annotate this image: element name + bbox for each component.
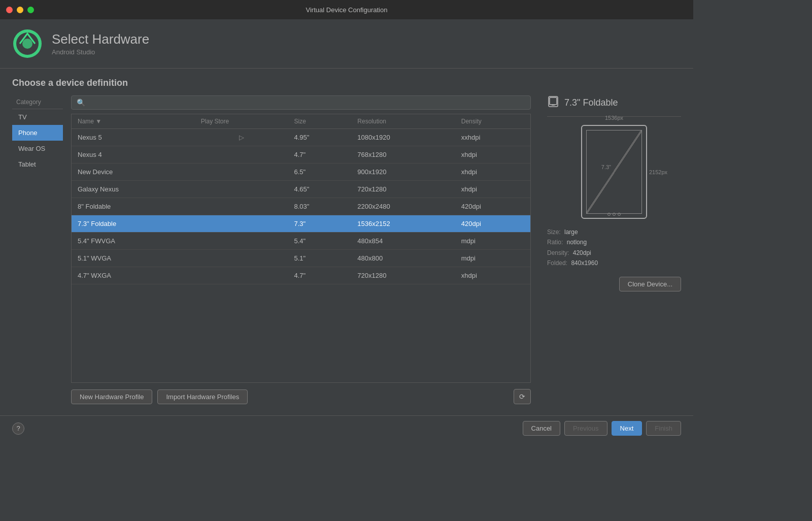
density-cell: xhdpi (455, 267, 530, 284)
col-playstore: Play Store (195, 114, 288, 129)
svg-rect-4 (550, 97, 557, 105)
ratio-label: Ratio: (547, 239, 563, 246)
titlebar-buttons (6, 7, 34, 13)
table-row[interactable]: 5.1" WVGA5.1"480x800mdpi (72, 250, 530, 267)
resolution-cell: 900x1920 (351, 164, 455, 181)
android-studio-logo (12, 28, 43, 59)
density-cell: xhdpi (455, 146, 530, 164)
cancel-button[interactable]: Cancel (523, 421, 560, 436)
table-row[interactable]: 4.7" WXGA4.7"720x1280xhdpi (72, 267, 530, 284)
playstore-cell (195, 146, 288, 164)
table-row[interactable]: 8" Foldable8.03"2200x2480420dpi (72, 198, 530, 215)
device-table: Name ▼ Play Store Size Resolution Densit… (71, 114, 531, 383)
page-title: Select Hardware (52, 31, 149, 47)
diagram-inner: 1536px 2152px 7.3" (581, 125, 647, 219)
preview-bottom: Clone Device... (547, 277, 681, 291)
playstore-cell (195, 181, 288, 198)
col-density: Density (455, 114, 530, 129)
col-name[interactable]: Name ▼ (72, 114, 195, 129)
resolution-cell: 1536x2152 (351, 215, 455, 233)
size-cell: 6.5" (288, 164, 352, 181)
density-cell: xhdpi (455, 181, 530, 198)
device-buttons (607, 213, 621, 216)
section-title: Choose a device definition (12, 78, 681, 88)
table-row[interactable]: New Device6.5"900x1920xhdpi (72, 164, 530, 181)
preview-title-row: 7.3" Foldable (547, 95, 681, 110)
playstore-cell (195, 250, 288, 267)
minimize-button[interactable] (17, 7, 23, 13)
playstore-cell (195, 233, 288, 250)
density-cell: 420dpi (455, 215, 530, 233)
category-item-tv[interactable]: TV (12, 109, 63, 125)
table-row[interactable]: Nexus 5▷4.95"1080x1920xxhdpi (72, 129, 530, 146)
device-name-cell: 8" Foldable (72, 198, 195, 215)
category-header: Category (12, 95, 63, 109)
category-item-tablet[interactable]: Tablet (12, 156, 63, 172)
help-button[interactable]: ? (12, 422, 24, 435)
maximize-button[interactable] (27, 7, 34, 13)
resolution-cell: 480x854 (351, 233, 455, 250)
titlebar: Virtual Device Configuration (0, 0, 693, 19)
import-hardware-profiles-button[interactable]: Import Hardware Profiles (157, 389, 248, 404)
new-hardware-profile-button[interactable]: New Hardware Profile (71, 389, 152, 404)
footer-right: Cancel Previous Next Finish (523, 421, 681, 436)
table-bottom-bar: New Hardware Profile Import Hardware Pro… (71, 383, 531, 406)
next-button[interactable]: Next (612, 421, 642, 436)
col-size: Size (288, 114, 352, 129)
table-row[interactable]: 5.4" FWVGA5.4"480x854mdpi (72, 233, 530, 250)
density-cell: xhdpi (455, 164, 530, 181)
device-preview-icon (547, 95, 559, 110)
device-name-cell: Galaxy Nexus (72, 181, 195, 198)
table-row[interactable]: 7.3" Foldable7.3"1536x2152420dpi (72, 215, 530, 233)
refresh-button[interactable]: ⟳ (514, 389, 531, 404)
svg-point-2 (22, 39, 32, 49)
device-name-cell: Nexus 4 (72, 146, 195, 164)
category-item-wearos[interactable]: Wear OS (12, 141, 63, 156)
device-name-cell: 4.7" WXGA (72, 267, 195, 284)
device-name-cell: 5.1" WVGA (72, 250, 195, 267)
clone-device-button[interactable]: Clone Device... (619, 277, 681, 291)
size-cell: 5.1" (288, 250, 352, 267)
resolution-cell: 1080x1920 (351, 129, 455, 146)
resolution-cell: 768x1280 (351, 146, 455, 164)
density-label: Density: (547, 249, 569, 256)
playstore-icon: ▷ (239, 134, 244, 141)
dim-label-diagonal: 7.3" (601, 164, 611, 170)
device-name-cell: New Device (72, 164, 195, 181)
finish-button[interactable]: Finish (646, 421, 681, 436)
device-name-cell: Nexus 5 (72, 129, 195, 146)
main-content: Select Hardware Android Studio Choose a … (0, 19, 693, 441)
density-cell: mdpi (455, 233, 530, 250)
resolution-cell: 2200x2480 (351, 198, 455, 215)
category-item-phone[interactable]: Phone (12, 125, 63, 141)
hardware-table: Name ▼ Play Store Size Resolution Densit… (72, 114, 530, 284)
bottom-right-buttons: ⟳ (514, 389, 531, 404)
dim-label-width: 1536px (605, 115, 623, 121)
size-value: large (564, 229, 578, 236)
footer-left: ? (12, 422, 24, 435)
ratio-value: notlong (567, 239, 587, 246)
close-button[interactable] (6, 7, 13, 13)
table-row[interactable]: Nexus 44.7"768x1280xhdpi (72, 146, 530, 164)
size-cell: 4.65" (288, 181, 352, 198)
folded-value: 840x1960 (571, 259, 598, 267)
device-specs: Size: large Ratio: notlong Density: 420d… (547, 227, 681, 269)
device-diagram: 1536px 2152px 7.3" (547, 125, 681, 219)
device-frame-inner (586, 130, 642, 214)
playstore-cell (195, 267, 288, 284)
search-icon: 🔍 (77, 99, 85, 107)
dim-label-height: 2152px (649, 169, 667, 175)
resolution-cell: 480x800 (351, 250, 455, 267)
device-name-cell: 7.3" Foldable (72, 215, 195, 233)
table-row[interactable]: Galaxy Nexus4.65"720x1280xhdpi (72, 181, 530, 198)
header: Select Hardware Android Studio (0, 19, 693, 69)
content-area: Choose a device definition Category TV P… (0, 69, 693, 415)
size-label: Size: (547, 229, 561, 236)
folded-label: Folded: (547, 259, 567, 267)
search-bar[interactable]: 🔍 (71, 95, 531, 110)
size-cell: 4.7" (288, 146, 352, 164)
search-input[interactable] (88, 99, 525, 107)
size-cell: 8.03" (288, 198, 352, 215)
bottom-left-buttons: New Hardware Profile Import Hardware Pro… (71, 389, 248, 404)
previous-button[interactable]: Previous (564, 421, 607, 436)
